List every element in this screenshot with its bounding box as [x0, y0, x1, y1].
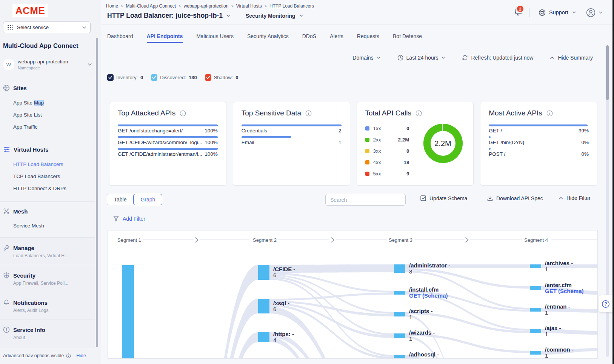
update-schema-button[interactable]: Update Schema: [420, 195, 467, 201]
notifications-button[interactable]: 2: [514, 7, 523, 18]
sankey-node-label: /ajax -: [545, 325, 561, 331]
nav-section-sites: Sites: [3, 84, 27, 91]
sankey-node[interactable]: [530, 308, 541, 312]
nav-item[interactable]: HTTP Connect & DRPs: [13, 186, 66, 191]
account-menu[interactable]: [586, 8, 603, 17]
refresh-button[interactable]: Refresh: Updated just now: [462, 55, 533, 61]
sankey-node[interactable]: [258, 299, 269, 313]
nav-item[interactable]: HTTP Load Balancers: [13, 161, 63, 167]
nav-section-security[interactable]: Security: [3, 272, 35, 279]
nav-section-subtitle: Load Balancers, Virtual H...: [13, 253, 68, 258]
api-endpoints-graph[interactable]: Segment 1Segment 2Segment 3Segment 4/CFI…: [108, 230, 598, 359]
tab-requests[interactable]: Requests: [357, 33, 379, 39]
sankey-node[interactable]: [394, 355, 405, 359]
nav-section-subtitle: Alerts, Audit Logs: [13, 308, 48, 313]
checkbox-checked[interactable]: [107, 74, 114, 81]
metric-row: GET /bin/{DYN}0%: [489, 136, 589, 146]
nav-item[interactable]: App Site Map: [13, 100, 44, 106]
filter-shadow[interactable]: Shadow: 0: [205, 74, 239, 81]
nav-item[interactable]: App Traffic: [13, 124, 37, 130]
tab-security-analytics[interactable]: Security Analytics: [247, 33, 289, 39]
legend-label: 4xx: [373, 160, 404, 165]
tab-api-endpoints[interactable]: API Endpoints: [147, 33, 183, 39]
hide-summary-toggle[interactable]: Hide Summary: [550, 55, 593, 61]
tab-alerts[interactable]: Alerts: [330, 33, 343, 39]
checkbox-checked[interactable]: [151, 74, 157, 81]
question-icon: ?: [602, 300, 610, 308]
refresh-label: Refresh: Updated just now: [471, 55, 533, 61]
domains-dropdown[interactable]: Domains: [352, 55, 380, 61]
download-icon: [487, 195, 493, 201]
tab-ddos[interactable]: DDoS: [302, 33, 316, 39]
checkbox-checked[interactable]: [205, 74, 211, 81]
sankey-node[interactable]: [122, 265, 134, 359]
info-icon[interactable]: [415, 110, 422, 117]
product-title: Multi-Cloud App Connect: [3, 42, 97, 49]
sankey-node[interactable]: [530, 351, 541, 355]
nav-section-service-info[interactable]: Service Info: [3, 326, 45, 333]
sankey-node[interactable]: [530, 264, 541, 268]
sankey-ribbon: [269, 273, 394, 293]
card-title: Total API Calls: [365, 109, 412, 117]
add-filter-button[interactable]: Add Filter: [113, 215, 145, 222]
tab-malicious-users[interactable]: Malicious Users: [196, 33, 234, 39]
graph-view-button[interactable]: Graph: [133, 194, 162, 205]
breadcrumb-item[interactable]: Virtual Hosts: [236, 3, 262, 9]
sankey-node-label: /entman -: [545, 303, 570, 310]
sankey-node-label: /archives -: [545, 260, 573, 266]
filter-discovered[interactable]: Discovered: 130: [151, 74, 197, 81]
legend-swatch: [365, 126, 369, 131]
sankey-node[interactable]: [258, 265, 269, 280]
sankey-node[interactable]: [394, 291, 405, 295]
breadcrumb-item[interactable]: HTTP Load Balancers: [269, 3, 314, 9]
nav-section-title: Sites: [13, 85, 27, 91]
breadcrumb-item[interactable]: Multi-Cloud App Connect: [126, 3, 176, 9]
chevron-down-icon[interactable]: [226, 14, 231, 17]
hide-advanced-nav-link[interactable]: Hide: [76, 353, 86, 358]
support-menu[interactable]: Support: [539, 9, 576, 16]
chevron-down-icon: [599, 11, 603, 14]
filter-label: Discovered:: [160, 75, 186, 80]
nav-section-manage[interactable]: Manage: [3, 244, 34, 251]
nav-section-notifications[interactable]: Notifications: [3, 299, 48, 306]
time-range-dropdown[interactable]: Last 24 hours: [397, 55, 446, 61]
breadcrumb-item[interactable]: webapp-api-protection: [184, 3, 229, 9]
legend-label: 3xx: [373, 148, 406, 154]
sankey-node[interactable]: [258, 332, 269, 342]
breadcrumb: Home>Multi-Cloud App Connect>webapp-api-…: [106, 3, 314, 9]
sidebar-scrollbar[interactable]: [96, 38, 98, 347]
sankey-node[interactable]: [394, 333, 405, 338]
tab-dashboard[interactable]: Dashboard: [107, 33, 133, 39]
screen-edge-artifact: [612, 0, 614, 364]
filter-inventory[interactable]: Inventory: 0: [107, 74, 143, 81]
select-service-dropdown[interactable]: Select service: [3, 22, 91, 33]
sankey-node[interactable]: [394, 312, 405, 316]
breadcrumb-item[interactable]: Home: [106, 3, 118, 9]
hide-summary-label: Hide Summary: [558, 55, 593, 61]
nav-item[interactable]: Service Mesh: [13, 223, 44, 229]
logo[interactable]: ACME: [12, 4, 48, 17]
chevron-down-icon[interactable]: [299, 14, 303, 17]
chevron-down-icon: [88, 63, 92, 66]
hide-filter-toggle[interactable]: Hide Filter: [559, 195, 591, 201]
info-icon[interactable]: [546, 110, 553, 117]
download-api-spec-button[interactable]: Download API Spec: [487, 195, 543, 201]
sankey-node[interactable]: [530, 329, 541, 333]
sankey-node[interactable]: [530, 286, 541, 290]
shield-icon: [3, 272, 10, 279]
search-input[interactable]: [325, 194, 406, 206]
nav-item[interactable]: TCP Load Balancers: [13, 174, 60, 179]
info-icon[interactable]: [180, 110, 186, 117]
notification-badge: 2: [517, 6, 523, 12]
tab-bot-defense[interactable]: Bot Defense: [393, 33, 422, 39]
nav-item[interactable]: App Site List: [13, 112, 42, 118]
info-icon[interactable]: [305, 110, 312, 117]
legend-value: 2.2M: [398, 137, 409, 143]
time-range-label: Last 24 hours: [406, 55, 439, 61]
page-scrollbar-thumb[interactable]: [606, 45, 609, 100]
monitoring-dropdown[interactable]: Security Monitoring: [246, 13, 295, 19]
help-button[interactable]: ?: [599, 295, 613, 312]
namespace-selector[interactable]: W webapp-api-protection Namespace: [3, 57, 94, 72]
sankey-node[interactable]: [394, 264, 405, 273]
table-view-button[interactable]: Table: [107, 194, 133, 205]
